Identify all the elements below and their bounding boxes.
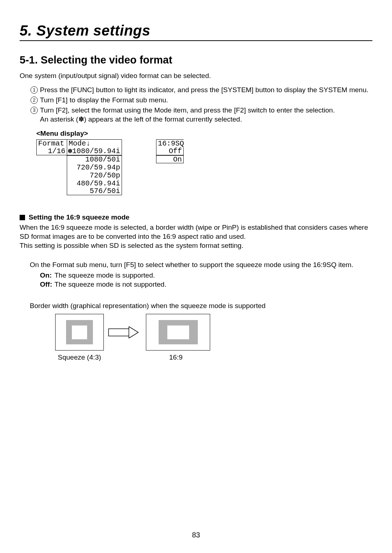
- chapter-text: System settings: [36, 22, 150, 38]
- menu-format-header: Format: [36, 139, 67, 147]
- step-1: 1 Press the [FUNC] button to light its i…: [30, 85, 372, 94]
- section-text: Selecting the video format: [41, 54, 172, 66]
- menu-sq-option: On: [156, 155, 184, 163]
- step-3: 3 Turn [F2], select the format using the…: [30, 106, 372, 124]
- svg-rect-0: [109, 329, 129, 336]
- menu-mode-value: ✽1080/59.94i: [67, 147, 122, 155]
- onoff-list: On: The squeeze mode is supported. Off: …: [40, 271, 372, 289]
- on-row: On: The squeeze mode is supported.: [40, 271, 372, 280]
- menu-display: Format Mode↓ 16:9SQ 1/16 ✽1080/59.94i Of…: [36, 139, 372, 195]
- step-number-icon: 3: [30, 107, 38, 114]
- squeeze-heading: Setting the 16:9 squeeze mode: [20, 213, 372, 222]
- steps-list: 1 Press the [FUNC] button to light its i…: [30, 85, 372, 124]
- menu-display-label: <Menu display>: [36, 129, 372, 138]
- step-2-text: Turn [F1] to display the Format sub menu…: [40, 95, 372, 105]
- off-text: The squeeze mode is not supported.: [54, 280, 166, 289]
- manual-page: 5. System settings 5-1. Selecting the vi…: [0, 0, 392, 553]
- label-4-3: Squeeze (4:3): [55, 353, 104, 362]
- menu-option: 720/59.94p: [67, 163, 122, 171]
- menu-option: 720/50p: [67, 171, 122, 179]
- squeeze-heading-text: Setting the 16:9 squeeze mode: [29, 213, 130, 222]
- menu-option: 576/50i: [67, 187, 122, 195]
- menu-option: 1080/50i: [67, 155, 122, 163]
- step-2: 2 Turn [F1] to display the Format sub me…: [30, 95, 372, 105]
- step-number-icon: 2: [30, 97, 38, 104]
- section-title: 5-1. Selecting the video format: [20, 54, 372, 66]
- chapter-number: 5.: [20, 22, 32, 38]
- on-label: On:: [40, 271, 54, 280]
- chapter-title: 5. System settings: [20, 22, 372, 39]
- menu-option-row: 576/50i: [36, 187, 372, 195]
- menu-option-row: 480/59.94i: [36, 179, 372, 187]
- squeeze-body: When the 16:9 squeeze mode is selected, …: [20, 223, 372, 250]
- illustration-labels: Squeeze (4:3) 16:9: [55, 353, 372, 362]
- border-caption: Border width (graphical representation) …: [30, 301, 372, 310]
- menu-mode-header: Mode↓: [67, 139, 122, 147]
- illustration: [55, 314, 372, 351]
- squeeze-instruction: On the Format sub menu, turn [F5] to sel…: [30, 260, 372, 269]
- label-16-9: 16:9: [144, 353, 208, 362]
- menu-page: 1/16: [36, 147, 67, 155]
- page-number: 83: [0, 531, 392, 539]
- menu-option: 480/59.94i: [67, 179, 122, 187]
- panel-16-9: [146, 314, 210, 351]
- off-row: Off: The squeeze mode is not supported.: [40, 280, 372, 289]
- step-1-text: Press the [FUNC] button to light its ind…: [40, 85, 372, 94]
- on-text: The squeeze mode is supported.: [54, 271, 155, 280]
- greybox-16-9: [159, 320, 198, 344]
- section-number: 5-1.: [20, 54, 38, 66]
- menu-option-row: 720/59.94p: [36, 163, 372, 171]
- menu-sq-header: 16:9SQ: [156, 139, 184, 147]
- menu-header-row: Format Mode↓ 16:9SQ: [36, 139, 372, 147]
- whitebox-16-9: [167, 325, 189, 339]
- menu-value-row: 1/16 ✽1080/59.94i Off: [36, 147, 372, 155]
- menu-option-row: 720/50p: [36, 171, 372, 179]
- step-3-text: Turn [F2], select the format using the M…: [40, 106, 372, 124]
- arrow-icon: [106, 325, 142, 340]
- squeeze-section: Setting the 16:9 squeeze mode When the 1…: [20, 213, 372, 362]
- menu-option-row: 1080/50i On: [36, 155, 372, 163]
- square-bullet-icon: [20, 215, 25, 220]
- step-number-icon: 1: [30, 86, 38, 94]
- menu-sq-value: Off: [156, 147, 184, 155]
- intro-text: One system (input/output signal) video f…: [20, 71, 372, 80]
- panel-4-3: [55, 314, 104, 351]
- chapter-rule: [20, 40, 372, 41]
- whitebox-4-3: [72, 325, 87, 339]
- off-label: Off:: [40, 280, 54, 289]
- body: One system (input/output signal) video f…: [20, 71, 372, 362]
- greybox-4-3: [66, 320, 93, 344]
